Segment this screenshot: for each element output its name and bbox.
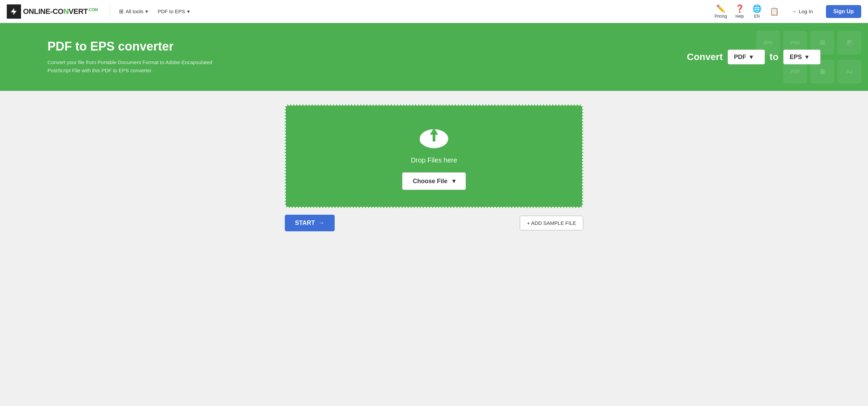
help-icon: ❓: [735, 4, 744, 13]
from-format-label: PDF: [734, 54, 746, 61]
start-label: START: [295, 219, 315, 227]
bg-icon-aa: Aa: [837, 60, 861, 83]
hero-right: Convert PDF ▾ to EPS ▾: [687, 50, 821, 64]
navbar: ONLINE-CONVERT.com ⊞ All tools ▾ PDF to …: [0, 0, 868, 23]
help-nav[interactable]: ❓ Help: [735, 4, 744, 19]
globe-icon: 🌐: [752, 4, 762, 13]
upload-cloud-icon: [417, 122, 451, 151]
hero-title: PDF to EPS converter: [47, 39, 673, 54]
choose-file-label: Choose File: [413, 178, 447, 185]
to-format-chevron-icon: ▾: [805, 53, 808, 61]
to-format-label: EPS: [790, 54, 802, 61]
convert-label: Convert: [687, 52, 723, 62]
help-label: Help: [735, 14, 744, 19]
hero-left: PDF to EPS converter Convert your file f…: [47, 39, 673, 75]
history-nav[interactable]: 📋: [770, 7, 779, 16]
add-sample-button[interactable]: + ADD SAMPLE FILE: [520, 216, 583, 230]
drop-files-text: Drop Files here: [411, 156, 457, 164]
converter-menu[interactable]: PDF to EPS ▾: [154, 6, 193, 17]
login-label: Log In: [799, 8, 813, 14]
login-arrow-icon: →: [792, 8, 797, 14]
choose-file-chevron-icon: ▾: [452, 177, 455, 185]
logo-icon: [7, 4, 21, 19]
choose-file-button[interactable]: Choose File ▾: [402, 172, 466, 190]
navbar-divider: [110, 5, 110, 18]
signup-button[interactable]: Sign Up: [826, 5, 861, 18]
to-format-dropdown[interactable]: EPS ▾: [783, 50, 821, 64]
main-content: Drop Files here Choose File ▾ START → + …: [0, 91, 868, 260]
pricing-label: Pricing: [714, 14, 727, 19]
start-arrow-icon: →: [318, 219, 324, 227]
grid-icon: ⊞: [119, 8, 123, 15]
start-button[interactable]: START →: [285, 215, 335, 231]
converter-label: PDF to EPS: [158, 8, 185, 14]
history-icon: 📋: [770, 7, 779, 16]
converter-chevron-icon: ▾: [187, 8, 190, 15]
login-button[interactable]: → Log In: [787, 6, 818, 17]
pencil-icon: ✏️: [716, 4, 725, 13]
navbar-right: ✏️ Pricing ❓ Help 🌐 EN 📋 → Log In Sign U…: [714, 4, 861, 19]
language-selector[interactable]: 🌐 EN: [752, 4, 762, 19]
pricing-nav[interactable]: ✏️ Pricing: [714, 4, 727, 19]
lang-label: EN: [754, 14, 760, 19]
hero-banner: PDF to EPS converter Convert your file f…: [0, 23, 868, 91]
all-tools-label: All tools: [125, 8, 143, 14]
svg-point-2: [435, 135, 448, 145]
all-tools-menu[interactable]: ⊞ All tools ▾: [116, 6, 152, 17]
logo[interactable]: ONLINE-CONVERT.com: [7, 4, 98, 19]
upload-area[interactable]: Drop Files here Choose File ▾: [285, 104, 583, 208]
logo-text: ONLINE-CONVERT.com: [23, 7, 98, 16]
from-format-chevron-icon: ▾: [750, 53, 753, 61]
bg-icon-bar: 📊: [837, 31, 861, 55]
hero-description: Convert your file from Portable Document…: [47, 58, 224, 75]
svg-point-1: [420, 135, 433, 146]
add-sample-label: + ADD SAMPLE FILE: [527, 220, 576, 226]
action-row: START → + ADD SAMPLE FILE: [285, 215, 583, 231]
from-format-dropdown[interactable]: PDF ▾: [728, 50, 765, 64]
to-label: to: [770, 52, 778, 62]
alltools-chevron-icon: ▾: [145, 8, 148, 15]
